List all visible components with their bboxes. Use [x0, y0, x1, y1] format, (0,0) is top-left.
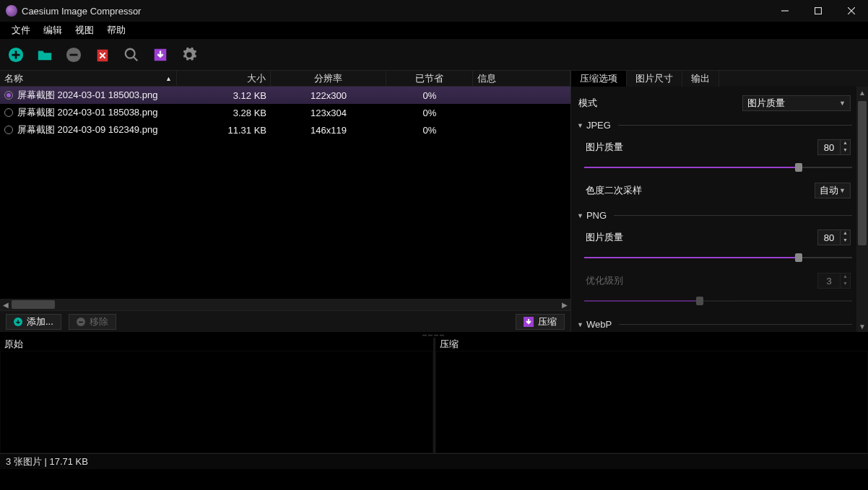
col-size[interactable]: 大小 [177, 71, 271, 86]
tab-output[interactable]: 输出 [682, 71, 719, 87]
opt-level-label: 优化级别 [586, 274, 817, 287]
file-name: 屏幕截图 2024-03-01 185003.png [17, 89, 157, 102]
preview-comp-label: 压缩 [435, 338, 869, 351]
tab-size[interactable]: 图片尺寸 [627, 71, 682, 87]
compress-toolbar-button[interactable] [150, 45, 170, 65]
preview-comp [435, 351, 869, 453]
png-quality-label: 图片质量 [586, 231, 817, 244]
remove-button[interactable]: −移除 [69, 314, 116, 330]
preview-orig-label: 原始 [0, 338, 433, 351]
file-list-panel: 名称▲ 大小 分辨率 已节省 信息 屏幕截图 2024-03-01 185003… [0, 71, 570, 332]
row-radio[interactable] [4, 126, 13, 134]
file-name: 屏幕截图 2024-03-09 162349.png [17, 123, 157, 136]
jpeg-quality-slider[interactable] [584, 161, 852, 174]
h-scrollbar[interactable]: ◀ ▶ [0, 299, 570, 310]
table-row[interactable]: 屏幕截图 2024-03-09 162349.png11.31 KB146x11… [0, 121, 570, 139]
scroll-up-icon[interactable]: ▲ [856, 87, 868, 98]
open-folder-button[interactable] [35, 45, 55, 65]
table-header: 名称▲ 大小 分辨率 已节省 信息 [0, 71, 570, 87]
scroll-down-icon[interactable]: ▼ [856, 320, 868, 332]
add-file-button[interactable] [6, 45, 26, 65]
minimize-button[interactable] [768, 0, 802, 22]
png-quality-spin[interactable]: 80▲▼ [817, 229, 851, 245]
section-webp[interactable]: ▼WebP [577, 318, 852, 331]
file-saved: 0% [386, 106, 473, 120]
preview-orig [0, 351, 433, 453]
chevron-down-icon: ▼ [839, 100, 846, 107]
mode-label: 模式 [578, 97, 742, 110]
maximize-button[interactable] [802, 0, 835, 22]
row-radio[interactable] [4, 91, 13, 100]
subsample-select[interactable]: 自动▼ [815, 183, 851, 198]
app-logo [6, 5, 17, 17]
preview-area: 原始 压缩 [0, 338, 868, 453]
menu-file[interactable]: 文件 [6, 22, 36, 38]
file-res: 123x304 [271, 106, 386, 120]
col-saved[interactable]: 已节省 [386, 71, 473, 86]
png-quality-slider[interactable] [584, 251, 852, 264]
subsample-label: 色度二次采样 [586, 184, 815, 197]
section-jpeg[interactable]: ▼JPEG [577, 118, 852, 132]
search-icon[interactable] [121, 45, 142, 65]
compress-button[interactable]: 压缩 [516, 314, 565, 330]
caret-down-icon: ▼ [577, 321, 583, 328]
opt-level-spin[interactable]: 3▲▼ [817, 273, 851, 289]
file-saved: 0% [386, 123, 473, 137]
file-name: 屏幕截图 2024-03-01 185038.png [17, 106, 157, 119]
splitter[interactable]: ┅┅┅┅ [0, 332, 868, 338]
menu-edit[interactable]: 编辑 [38, 22, 68, 38]
tabs: 压缩选项 图片尺寸 输出 [571, 71, 868, 87]
scroll-right-icon[interactable]: ▶ [559, 299, 570, 310]
file-res: 146x119 [271, 123, 386, 137]
toolbar [0, 39, 868, 71]
window-title: Caesium Image Compressor [22, 6, 768, 17]
row-radio[interactable] [4, 108, 13, 117]
section-png[interactable]: ▼PNG [577, 209, 852, 222]
file-size: 3.28 KB [177, 106, 271, 120]
col-name[interactable]: 名称▲ [0, 71, 177, 86]
settings-button[interactable] [179, 45, 199, 65]
menubar: 文件 编辑 视图 帮助 [0, 22, 868, 39]
table-body: 屏幕截图 2024-03-01 185003.png3.12 KB122x300… [0, 87, 570, 299]
close-button[interactable] [835, 0, 868, 22]
file-res: 122x300 [271, 89, 386, 102]
caret-down-icon: ▼ [577, 212, 583, 219]
remove-file-button[interactable] [64, 45, 84, 65]
tab-compress[interactable]: 压缩选项 [571, 71, 627, 87]
scroll-thumb[interactable] [858, 101, 867, 245]
add-button[interactable]: +添加... [6, 314, 61, 330]
titlebar: Caesium Image Compressor [0, 0, 868, 22]
col-info[interactable]: 信息 [473, 71, 570, 86]
scroll-thumb[interactable] [12, 300, 55, 309]
jpeg-quality-label: 图片质量 [586, 141, 817, 154]
mode-select[interactable]: 图片质量▼ [742, 95, 851, 111]
actionbar: +添加... −移除 压缩 [0, 310, 570, 332]
table-row[interactable]: 屏幕截图 2024-03-01 185003.png3.12 KB122x300… [0, 87, 570, 104]
table-row[interactable]: 屏幕截图 2024-03-01 185038.png3.28 KB123x304… [0, 104, 570, 121]
file-size: 3.12 KB [177, 89, 271, 102]
options-panel: 压缩选项 图片尺寸 输出 模式 图片质量▼ ▼JPEG 图片质量 80▲▼ [570, 71, 868, 332]
svg-point-4 [126, 48, 135, 58]
clear-list-button[interactable] [92, 45, 113, 65]
menu-view[interactable]: 视图 [69, 22, 100, 38]
caret-down-icon: ▼ [577, 122, 583, 129]
v-scrollbar[interactable]: ▲ ▼ [856, 87, 868, 332]
col-resolution[interactable]: 分辨率 [271, 71, 386, 86]
file-size: 11.31 KB [177, 123, 271, 137]
opt-level-slider[interactable] [584, 294, 852, 307]
file-saved: 0% [386, 89, 473, 102]
svg-rect-0 [815, 8, 822, 14]
menu-help[interactable]: 帮助 [101, 22, 131, 38]
chevron-down-icon: ▼ [839, 187, 846, 194]
scroll-left-icon[interactable]: ◀ [0, 299, 12, 310]
jpeg-quality-spin[interactable]: 80▲▼ [817, 139, 851, 155]
statusbar: 3 张图片 | 17.71 KB [0, 453, 868, 469]
